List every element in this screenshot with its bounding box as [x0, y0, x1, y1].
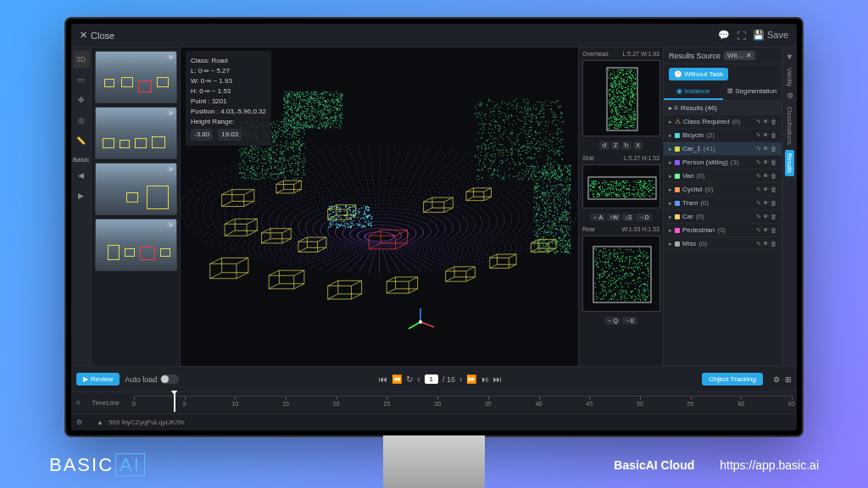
svg-point-2601 [302, 164, 303, 165]
layers-icon[interactable]: ⊞ [785, 375, 792, 384]
3d-mode-button[interactable]: 3D [73, 51, 90, 68]
camera-view-2[interactable]: 👁 [95, 107, 177, 159]
tab-classifications[interactable]: Classifications [785, 103, 794, 148]
nav-z[interactable]: Z [611, 141, 620, 150]
rewind-icon[interactable]: ⏪ [392, 374, 402, 384]
svg-point-6277 [635, 119, 636, 119]
svg-point-3673 [281, 121, 282, 122]
fullscreen-icon[interactable]: ⛶ [737, 30, 746, 41]
svg-point-6671 [620, 119, 620, 119]
rot-arrow[interactable]: ↻ [621, 141, 632, 150]
rear-view[interactable] [582, 236, 660, 312]
nav-x[interactable]: X [633, 141, 643, 150]
settings-icon[interactable]: ⚙ [773, 375, 780, 384]
tab-instance[interactable]: ◉ Instance [664, 84, 723, 100]
timeline-menu-icon[interactable]: ≡ [76, 399, 92, 407]
next-icon[interactable]: › [459, 374, 462, 384]
tool-prev[interactable]: ◀ [73, 167, 90, 184]
visibility-icon[interactable]: 👁 [167, 165, 175, 174]
svg-point-5854 [570, 243, 570, 244]
svg-point-5308 [548, 195, 549, 196]
visibility-icon[interactable]: 👁 [167, 53, 175, 62]
svg-point-1102 [412, 250, 413, 251]
svg-point-1404 [349, 195, 350, 196]
result-item[interactable]: ▸⚠Class Required(0)✎👁🗑 [664, 115, 782, 129]
refresh-icon[interactable]: ↻ [406, 374, 413, 384]
svg-point-4154 [476, 180, 477, 180]
page-input[interactable]: 1 [425, 374, 438, 384]
svg-point-6223 [632, 81, 632, 82]
camera-view-1[interactable]: 👁 [95, 51, 177, 103]
visibility-icon[interactable]: 👁 [167, 221, 175, 230]
overhead-view[interactable] [582, 60, 660, 136]
result-item[interactable]: ▸Cyclist(0)✎👁🗑 [664, 183, 782, 197]
skip-fwd-icon[interactable]: ⏭ [493, 374, 502, 384]
play-icon[interactable]: ⏯ [481, 374, 489, 384]
skip-back-icon[interactable]: ⏮ [379, 374, 387, 384]
result-item[interactable]: ▸Pedestrian(0)✎👁🗑 [664, 224, 782, 237]
camera-view-4[interactable]: 👁 [95, 219, 177, 271]
rot-arrow[interactable]: ↺ [599, 141, 609, 150]
timeline-track[interactable]: 05101520253035404550556065 [134, 396, 792, 411]
svg-point-850 [437, 239, 437, 240]
result-item[interactable]: ▸Tram(0)✎👁🗑 [664, 197, 782, 210]
svg-point-2618 [448, 164, 448, 164]
ff-icon[interactable]: ⏩ [466, 374, 476, 384]
save-button[interactable]: 💾 Save [753, 30, 788, 41]
svg-point-5851 [562, 247, 563, 248]
result-item[interactable]: ▸Person (sitting)(3)✎👁🗑 [664, 156, 782, 169]
nav-e[interactable]: →E [622, 317, 637, 324]
axis-gizmo[interactable] [403, 305, 437, 342]
filter-icon[interactable]: ⚙ [76, 419, 92, 426]
without-task-button[interactable]: 🕐 Without Task [669, 68, 728, 80]
source-tag[interactable]: Wit… ✕ [724, 51, 755, 60]
results-header[interactable]: ▸ ≡ Results (46) [664, 101, 782, 115]
svg-point-6517 [632, 84, 633, 85]
close-button[interactable]: ✕Close [80, 30, 114, 41]
svg-point-6924 [643, 183, 643, 184]
result-item[interactable]: ▸Misc(0)✎👁🗑 [664, 237, 782, 251]
filter-icon[interactable]: ▼ [786, 53, 793, 61]
prev-icon[interactable]: ‹ [417, 374, 420, 384]
tool-target[interactable]: ◎ [73, 112, 90, 129]
result-item[interactable]: ▸Van(0)✎👁🗑 [664, 169, 782, 183]
tool-select[interactable]: ▭ [73, 71, 90, 88]
nav-w[interactable]: ↑W [607, 214, 620, 221]
svg-point-4153 [557, 100, 558, 101]
svg-point-4484 [521, 147, 522, 148]
tab-segmentation[interactable]: ⊞ Segmentation [723, 84, 782, 100]
nav-d[interactable]: →D [636, 214, 651, 221]
object-tracking-button[interactable]: Object Tracking [702, 373, 763, 385]
svg-point-2689 [231, 242, 231, 243]
svg-point-5392 [565, 165, 565, 166]
camera-view-3[interactable]: 👁 [95, 163, 177, 215]
nav-q[interactable]: ←Q [604, 317, 620, 324]
svg-point-636 [363, 247, 364, 247]
tool-ruler[interactable]: 📏 [73, 132, 90, 149]
review-button[interactable]: ▶ Review [76, 373, 120, 385]
result-item[interactable]: ▸Car_1(41)✎👁🗑 [664, 142, 782, 156]
tab-validity[interactable]: Validity [785, 64, 794, 90]
result-item[interactable]: ▸Bicycle(2)✎👁🗑 [664, 129, 782, 142]
result-item[interactable]: ▸Car(0)✎👁🗑 [664, 210, 782, 224]
tool-next[interactable]: ▶ [73, 187, 90, 204]
help-icon[interactable]: 💬 [718, 30, 730, 41]
svg-point-5615 [557, 229, 558, 230]
svg-point-331 [381, 225, 381, 225]
visibility-icon[interactable]: 👁 [167, 109, 175, 118]
svg-point-5754 [542, 192, 543, 193]
autoload-toggle[interactable]: Auto load [125, 374, 179, 384]
svg-point-2929 [219, 243, 220, 244]
gear-icon[interactable]: ⚙ [787, 92, 793, 100]
svg-point-2307 [403, 264, 404, 265]
svg-point-1513 [298, 202, 299, 203]
nav-a[interactable]: ←A [590, 214, 605, 221]
tab-results[interactable]: Results [785, 150, 794, 176]
tool-move[interactable]: ✥ [73, 92, 90, 108]
nav-s[interactable]: ↓S [622, 214, 634, 221]
svg-point-2620 [464, 166, 465, 167]
side-view[interactable] [582, 164, 660, 208]
svg-point-2782 [453, 264, 454, 265]
svg-point-1026 [309, 220, 309, 221]
svg-point-1480 [327, 252, 328, 252]
